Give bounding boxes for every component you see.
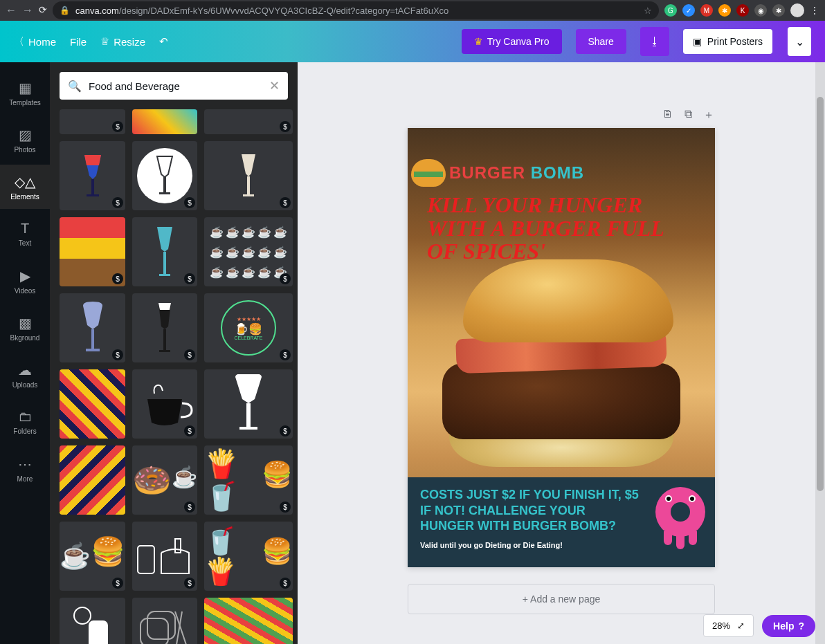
footer-main-text[interactable]: COSTS JUST $2 IF YOU FINISH IT, $5 IF NO… — [420, 487, 640, 534]
crown-icon: ♕ — [100, 35, 109, 48]
element-thumb[interactable]: $ — [60, 217, 125, 286]
price-badge: $ — [280, 121, 291, 132]
poster-page[interactable]: BURGER BOMB KILL YOUR HUNGER WITH A BURG… — [408, 128, 715, 567]
element-thumb[interactable] — [204, 598, 293, 644]
videos-icon: ▶ — [20, 268, 30, 284]
element-thumb[interactable]: $ — [132, 293, 197, 362]
clear-search-icon[interactable]: ✕ — [269, 78, 280, 93]
resize-button[interactable]: ♕ Resize — [100, 35, 145, 48]
duplicate-page-icon[interactable]: ⧉ — [685, 108, 692, 122]
element-thumb[interactable]: ★★★★★🍺🍔CELEBRATE$ — [204, 293, 293, 362]
search-box[interactable]: 🔍 ✕ — [60, 72, 288, 100]
bottom-bar: 28% ⤢ Help ? — [703, 614, 815, 637]
price-badge: $ — [280, 502, 291, 513]
help-label: Help — [773, 620, 794, 632]
element-thumb[interactable]: $ — [132, 369, 197, 439]
url-bar[interactable]: 🔒 canva.com/design/DADxEmf-kYs/6UWvvvdAC… — [53, 1, 659, 19]
element-thumb[interactable]: $ — [204, 369, 293, 439]
browser-reload[interactable]: ⟳ — [39, 4, 47, 17]
element-thumb[interactable]: $ — [132, 217, 197, 286]
poster-headline[interactable]: KILL YOUR HUNGER WITH A BURGER FULL OF S… — [427, 194, 696, 264]
rail-label: Bkground — [10, 334, 40, 342]
element-thumb[interactable]: $ — [60, 293, 125, 362]
search-input[interactable] — [89, 80, 262, 92]
ext-blue-icon[interactable]: ✓ — [682, 4, 695, 17]
rail-videos[interactable]: ▶Videos — [0, 259, 50, 303]
fullscreen-icon[interactable]: ⤢ — [737, 620, 745, 631]
home-button[interactable]: 〈 Home — [14, 35, 56, 48]
svg-rect-17 — [89, 621, 107, 644]
zoom-value: 28% — [712, 620, 730, 631]
scrollbar-thumb[interactable] — [817, 97, 824, 491]
zoom-control[interactable]: 28% ⤢ — [703, 614, 754, 637]
element-thumb[interactable]: $ — [60, 109, 125, 134]
ext-asterisk-icon[interactable]: ✱ — [772, 4, 785, 17]
elements-icon: ◇△ — [15, 174, 35, 190]
add-page-icon[interactable]: ＋ — [703, 108, 714, 122]
poster-footer[interactable]: COSTS JUST $2 IF YOU FINISH IT, $5 IF NO… — [408, 477, 715, 567]
price-badge: $ — [280, 425, 291, 436]
element-thumb[interactable]: ☕🍔$ — [60, 522, 125, 591]
element-thumb[interactable] — [132, 598, 197, 644]
element-thumb[interactable]: 🥤🍟🍔$ — [204, 522, 293, 591]
element-thumb[interactable] — [60, 369, 125, 439]
brand-logo[interactable]: BURGER BOMB — [411, 159, 584, 187]
price-badge: $ — [112, 197, 123, 208]
crown-icon: ♛ — [474, 36, 483, 47]
donut-graphic[interactable] — [655, 487, 705, 537]
element-thumb[interactable]: $ — [60, 141, 125, 210]
element-thumb[interactable] — [60, 598, 125, 644]
element-thumb[interactable]: $ — [204, 109, 293, 134]
rail-elements[interactable]: ◇△Elements — [0, 165, 50, 209]
file-menu[interactable]: File — [70, 36, 87, 48]
price-badge: $ — [184, 578, 195, 589]
add-page-button[interactable]: + Add a new page — [408, 584, 715, 614]
footer-sub-text[interactable]: Valid until you go Dieting or Die Eating… — [420, 541, 702, 549]
element-thumb[interactable]: ☕☕☕☕☕☕☕☕☕☕☕☕☕☕☕$ — [204, 217, 293, 286]
elements-panel: 🔍 ✕ $ $ $ $ $ $ $ ☕☕☕☕☕☕☕☕☕☕☕☕☕☕☕$ $ $ ★… — [50, 62, 298, 644]
search-icon: 🔍 — [68, 80, 82, 93]
rail-photos[interactable]: ▨Photos — [0, 118, 50, 162]
svg-rect-0 — [91, 179, 94, 194]
help-button[interactable]: Help ? — [762, 615, 815, 637]
browser-forward[interactable]: → — [22, 4, 33, 17]
svg-rect-2 — [163, 177, 166, 192]
ext-grammarly-icon[interactable]: G — [664, 4, 677, 17]
element-thumb[interactable]: $ — [132, 522, 197, 591]
rail-folders[interactable]: 🗀Folders — [0, 400, 50, 444]
profile-avatar[interactable] — [790, 3, 804, 17]
element-thumb[interactable]: $ — [132, 141, 197, 210]
bookmark-star-icon[interactable]: ☆ — [644, 6, 652, 16]
price-badge: $ — [280, 197, 291, 208]
rail-templates[interactable]: ▦Templates — [0, 71, 50, 115]
download-button[interactable]: ⭳ — [640, 27, 669, 56]
share-button[interactable]: Share — [576, 29, 626, 54]
try-pro-button[interactable]: ♛ Try Canva Pro — [462, 29, 562, 54]
print-dropdown[interactable]: ⌄ — [788, 27, 811, 56]
price-badge: $ — [184, 502, 195, 513]
browser-menu-icon[interactable]: ⋮ — [810, 5, 819, 16]
undo-button[interactable]: ↶ — [159, 35, 168, 48]
element-thumb[interactable]: $ — [204, 141, 293, 210]
vertical-scrollbar[interactable] — [815, 62, 825, 644]
element-thumb[interactable] — [132, 109, 197, 134]
browser-back[interactable]: ← — [6, 4, 17, 17]
print-posters-button[interactable]: ▣ Print Posters — [683, 29, 772, 54]
price-badge: $ — [112, 349, 123, 360]
notes-icon[interactable]: 🗎 — [662, 108, 673, 122]
ext-orange-icon[interactable]: ✱ — [718, 4, 731, 17]
rail-text[interactable]: TText — [0, 212, 50, 256]
svg-rect-6 — [163, 252, 166, 274]
rail-background[interactable]: ▩Bkground — [0, 306, 50, 350]
price-badge: $ — [280, 273, 291, 284]
ext-k-icon[interactable]: K — [736, 4, 749, 17]
rail-more[interactable]: ⋯More — [0, 447, 50, 491]
rail-uploads[interactable]: ☁Uploads — [0, 353, 50, 397]
ext-grey-icon[interactable]: ◉ — [754, 4, 767, 17]
element-thumb[interactable]: 🍟🥤🍔$ — [204, 445, 293, 515]
ext-gmail-icon[interactable]: M — [700, 4, 713, 17]
element-thumb[interactable] — [60, 445, 125, 515]
elements-grid: $ $ $ $ $ $ $ ☕☕☕☕☕☕☕☕☕☕☕☕☕☕☕$ $ $ ★★★★★… — [50, 109, 298, 644]
element-thumb[interactable]: 🍩☕$ — [132, 445, 197, 515]
print-label: Print Posters — [707, 36, 763, 47]
